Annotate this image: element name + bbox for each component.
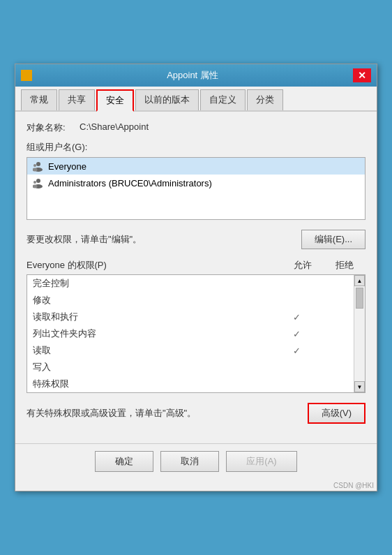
ok-button[interactable]: 确定 [95,451,153,472]
permissions-deny-header: 拒绝 [324,259,365,272]
tab-bar: 常规 共享 安全 以前的版本 自定义 分类 [15,87,377,112]
cancel-button[interactable]: 取消 [160,451,219,472]
perm-read-exec-label: 读取和执行 [33,311,276,323]
user-item-everyone[interactable]: Everyone [27,158,365,175]
svg-point-4 [36,179,40,183]
user-item-administrators[interactable]: Administrators (BRUCE0\Administrators) [27,175,365,191]
user-list[interactable]: Everyone Administrators (BRUCE0\Administ… [27,157,365,220]
permissions-table: 完全控制 修改 读取和执行 ✓ 列出文件夹内容 ✓ 读取 ✓ [27,274,365,393]
edit-button[interactable]: 编辑(E)... [301,230,365,249]
edit-text: 要更改权限，请单击"编辑"。 [27,233,142,246]
properties-window: Appoint 属性 ✕ 常规 共享 安全 以前的版本 自定义 分类 对象名称:… [15,64,377,491]
tab-general[interactable]: 常规 [21,89,57,110]
tab-previous[interactable]: 以前的版本 [135,89,199,110]
object-name-row: 对象名称: C:\Share\Appoint [27,121,365,134]
scroll-down-button[interactable]: ▼ [354,381,365,392]
perm-row-write: 写入 [27,359,365,376]
object-name-label: 对象名称: [27,121,75,134]
user-everyone-label: Everyone [48,161,86,172]
edit-section: 要更改权限，请单击"编辑"。 编辑(E)... [27,230,365,249]
perm-modify-label: 修改 [33,294,276,306]
advanced-text: 有关特殊权限或高级设置，请单击"高级"。 [27,407,196,420]
perm-row-list: 列出文件夹内容 ✓ [27,325,365,342]
svg-point-0 [36,162,40,166]
perm-read-exec-allow: ✓ [276,312,317,323]
scroll-up-button[interactable]: ▲ [354,275,365,286]
perm-row-read-exec: 读取和执行 ✓ [27,309,365,325]
perm-full-label: 完全控制 [33,277,276,290]
watermark: CSDN @HKI [15,482,377,491]
user-admin-label: Administrators (BRUCE0\Administrators) [48,178,212,188]
object-name-value: C:\Share\Appoint [80,121,149,132]
perm-row-read: 读取 ✓ [27,342,365,359]
perm-row-modify: 修改 [27,292,365,309]
svg-point-6 [33,181,36,184]
close-button[interactable]: ✕ [353,68,371,82]
permissions-allow-header: 允许 [282,259,324,272]
perm-list-allow: ✓ [276,329,317,339]
tab-security[interactable]: 安全 [96,89,134,112]
perm-write-label: 写入 [33,361,276,373]
window-icon [21,70,32,81]
apply-button[interactable]: 应用(A) [226,451,296,472]
title-bar: Appoint 属性 ✕ [15,64,377,87]
tab-custom[interactable]: 自定义 [200,89,246,110]
svg-point-2 [33,164,36,167]
permissions-header: Everyone 的权限(P) 允许 拒绝 [27,259,365,272]
scroll-thumb[interactable] [356,288,363,309]
title-bar-title: Appoint 属性 [32,69,353,82]
perm-list-label: 列出文件夹内容 [33,327,276,340]
perm-row-special: 特殊权限 [27,376,365,392]
perm-row-full: 完全控制 [27,275,365,292]
perm-read-label: 读取 [33,344,276,357]
perm-special-label: 特殊权限 [33,378,276,390]
tab-content: 对象名称: C:\Share\Appoint 组或用户名(G): Everyon… [15,112,377,443]
footer: 确定 取消 应用(A) [15,443,377,482]
user-everyone-icon [33,161,44,172]
advanced-button[interactable]: 高级(V) [308,403,365,424]
tab-classify[interactable]: 分类 [247,89,283,110]
permissions-scrollbar[interactable]: ▲ ▼ [354,275,365,392]
advanced-section: 有关特殊权限或高级设置，请单击"高级"。 高级(V) [27,403,365,424]
perm-read-allow: ✓ [276,346,317,356]
permissions-title: Everyone 的权限(P) [27,259,282,272]
tab-share[interactable]: 共享 [59,89,95,110]
group-label: 组或用户名(G): [27,141,365,154]
user-admin-icon [33,177,44,188]
